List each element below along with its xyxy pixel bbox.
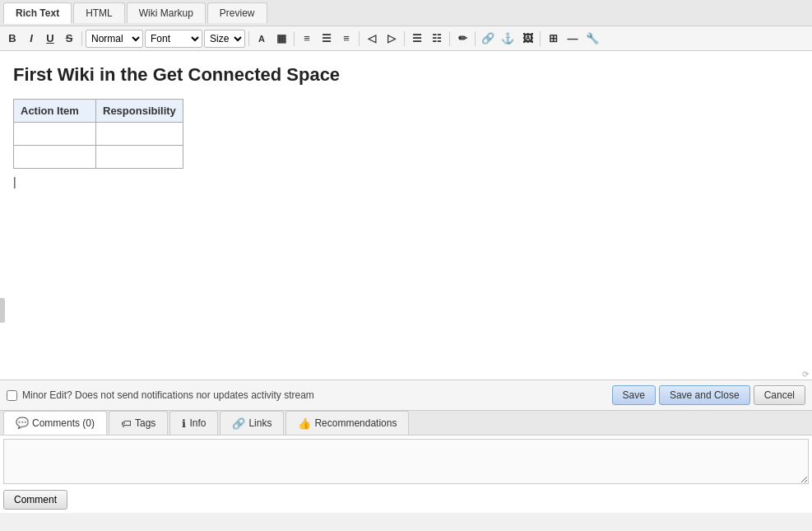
table-header-row: Action Item Responsibility (14, 100, 183, 123)
tab-links-label: Links (248, 417, 271, 429)
align-right-button[interactable]: ≡ (337, 30, 355, 48)
table-cell[interactable] (96, 123, 183, 146)
tab-info[interactable]: ℹ Info (169, 411, 218, 435)
bold-button[interactable]: B (3, 30, 21, 48)
sep-3 (294, 31, 295, 46)
table-header-action: Action Item (14, 100, 96, 123)
style-select[interactable]: Normal (86, 30, 143, 48)
editor-tab-bar: Rich Text HTML Wiki Markup Preview (0, 0, 812, 26)
table-cell[interactable] (14, 123, 96, 146)
size-select[interactable]: Size (204, 30, 245, 48)
indent-button[interactable]: ▷ (383, 30, 401, 48)
minor-edit-label: Minor Edit? Does not send notifications … (22, 389, 314, 401)
editor-content[interactable]: First Wiki in the Get Connected Space Ac… (0, 51, 812, 380)
minor-edit-checkbox[interactable] (7, 390, 17, 401)
tab-rich-text[interactable]: Rich Text (3, 2, 72, 24)
page-title: First Wiki in the Get Connected Space (13, 64, 799, 86)
sep-4 (359, 31, 360, 46)
italic-button[interactable]: I (22, 30, 40, 48)
font-select[interactable]: Font (145, 30, 202, 48)
tab-tags-label: Tags (135, 417, 155, 429)
drag-handle[interactable] (0, 298, 5, 323)
resize-handle[interactable]: ⟳ (802, 370, 810, 378)
tab-links[interactable]: 🔗 Links (220, 411, 284, 435)
text-style-group: B I U S (3, 30, 78, 48)
text-color-button[interactable]: A (253, 30, 271, 48)
tab-html[interactable]: HTML (73, 2, 125, 23)
align-center-button[interactable]: ☰ (318, 30, 336, 48)
bottom-tab-bar: 💬 Comments (0) 🏷 Tags ℹ Info 🔗 Links 👍 R… (0, 411, 812, 436)
tab-recommendations[interactable]: 👍 Recommendations (285, 411, 409, 435)
image-button[interactable]: 🖼 (518, 30, 536, 48)
table-cell[interactable] (96, 146, 183, 169)
save-button[interactable]: Save (612, 385, 656, 405)
hr-button[interactable]: — (564, 30, 582, 48)
table-header-responsibility: Responsibility (96, 100, 183, 123)
sep-5 (404, 31, 405, 46)
comment-textarea[interactable] (3, 439, 809, 484)
table-button[interactable]: ⊞ (544, 30, 562, 48)
tools-button[interactable]: 🔧 (583, 30, 601, 48)
save-close-button[interactable]: Save and Close (659, 385, 750, 405)
formatting-toolbar: B I U S Normal Font Size A ▦ ≡ ☰ ≡ ◁ ▷ ☰… (0, 26, 812, 51)
strikethrough-button[interactable]: S (60, 30, 78, 48)
cancel-button[interactable]: Cancel (754, 385, 805, 405)
highlight-color-button[interactable]: ▦ (272, 30, 290, 48)
tab-wiki-markup[interactable]: Wiki Markup (127, 2, 206, 23)
table-row (14, 123, 183, 146)
editor-wrapper: First Wiki in the Get Connected Space Ac… (0, 51, 812, 380)
tags-icon: 🏷 (121, 417, 132, 430)
tab-preview[interactable]: Preview (207, 2, 267, 23)
outdent-button[interactable]: ◁ (363, 30, 381, 48)
sep-1 (81, 31, 82, 46)
tab-recommendations-label: Recommendations (314, 417, 397, 429)
info-icon: ℹ (182, 417, 186, 430)
tab-comments[interactable]: 💬 Comments (0) (3, 411, 107, 435)
recommendations-icon: 👍 (298, 417, 311, 430)
align-left-button[interactable]: ≡ (298, 30, 316, 48)
sep-6 (449, 31, 450, 46)
comment-section: Comment (0, 436, 812, 513)
numbered-list-button[interactable]: ☷ (428, 30, 446, 48)
footer-bar: Minor Edit? Does not send notifications … (0, 380, 812, 411)
comment-submit-button[interactable]: Comment (3, 490, 67, 510)
comments-icon: 💬 (16, 417, 29, 429)
eraser-button[interactable]: ✏ (453, 30, 471, 48)
tab-info-label: Info (189, 417, 206, 429)
sep-7 (475, 31, 476, 46)
table-cell[interactable] (14, 146, 96, 169)
sep-2 (248, 31, 249, 46)
sep-8 (540, 31, 541, 46)
minor-edit-section: Minor Edit? Does not send notifications … (7, 389, 314, 401)
underline-button[interactable]: U (41, 30, 59, 48)
editor-cursor: | (13, 175, 799, 189)
links-icon: 🔗 (232, 417, 245, 430)
link-button[interactable]: 🔗 (479, 30, 497, 48)
table-row (14, 146, 183, 169)
anchor-button[interactable]: ⚓ (499, 30, 517, 48)
bullet-list-button[interactable]: ☰ (408, 30, 426, 48)
content-table: Action Item Responsibility (13, 99, 183, 169)
tab-comments-label: Comments (0) (32, 417, 95, 429)
tab-tags[interactable]: 🏷 Tags (109, 411, 168, 435)
footer-buttons: Save Save and Close Cancel (612, 385, 805, 405)
